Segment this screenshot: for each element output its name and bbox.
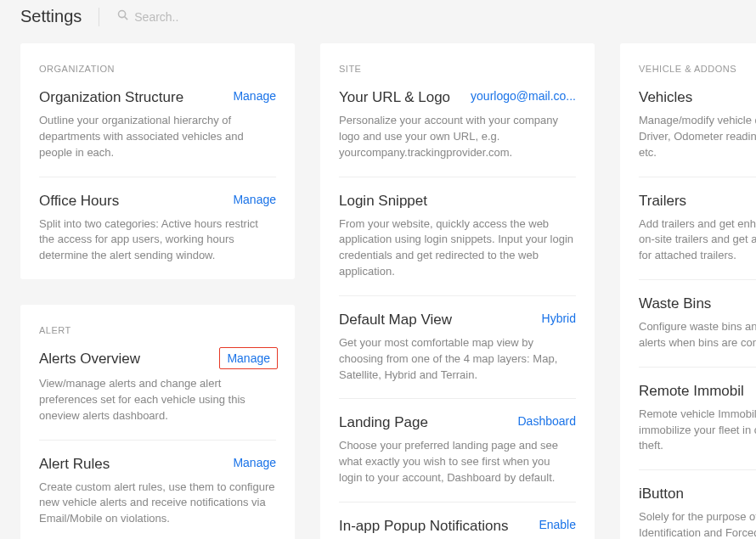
card-header: VEHICLE & ADDONS [639, 64, 756, 74]
trailers: TrailersAdd trailers and get enhanced co… [639, 193, 756, 281]
login-snippet: Login SnippetFrom your website, quickly … [339, 193, 576, 296]
url-logo: Your URL & Logoyourlogo@mail.co...Person… [339, 89, 576, 177]
alert-rules: Alert RulesManageCreate custom alert rul… [39, 456, 276, 528]
alert-rules-action[interactable]: Manage [233, 456, 276, 469]
search-wrap [116, 8, 270, 25]
vehicles: VehiclesManage/modify vehicle details: V… [639, 89, 756, 177]
office-hours-action[interactable]: Manage [233, 193, 276, 206]
item-title: Remote Immobil [639, 383, 744, 400]
org-structure: Organization StructureManageOutline your… [39, 89, 276, 177]
item-top: Landing PageDashboard [339, 414, 576, 431]
item-desc: Personalize your account with your compa… [339, 113, 576, 161]
item-title: Alert Rules [39, 456, 110, 473]
card-header: SITE [339, 64, 576, 74]
landing-page-action[interactable]: Dashboard [518, 414, 577, 428]
item-top: Your URL & Logoyourlogo@mail.co... [339, 89, 576, 106]
search-input[interactable] [134, 10, 270, 24]
item-top: Alert RulesManage [39, 456, 276, 473]
ibutton: iButtonSolely for the purpose of driver … [639, 486, 756, 539]
item-desc: Add trailers and get enhanced control ov… [639, 216, 756, 265]
item-top: Remote Immobil [639, 383, 756, 400]
org-structure-action[interactable]: Manage [233, 89, 276, 103]
item-title: Default Map View [339, 312, 452, 328]
item-top: iButton [639, 486, 756, 503]
item-desc: Solely for the purpose of driver ID, two… [639, 509, 756, 539]
item-title: Waste Bins [639, 295, 711, 312]
organization-card: ORGANIZATIONOrganization StructureManage… [20, 43, 295, 279]
item-top: Alerts OverviewManage [39, 351, 276, 369]
item-title: Your URL & Logo [339, 89, 450, 106]
item-title: Vehicles [639, 89, 692, 106]
item-title: iButton [639, 486, 684, 503]
item-top: Login Snippet [339, 193, 576, 210]
waste-bins: Waste BinsConfigure waste bins and recei… [639, 295, 756, 368]
svg-line-1 [125, 17, 127, 20]
alerts-overview: Alerts OverviewManageView/manage alerts … [39, 351, 276, 441]
item-desc: Configure waste bins and receive automat… [639, 319, 756, 351]
alert-card: ALERTAlerts OverviewManageView/manage al… [20, 305, 295, 539]
column: SITEYour URL & Logoyourlogo@mail.co...Pe… [320, 43, 595, 539]
item-desc: Create custom alert rules, use them to c… [39, 480, 276, 528]
office-hours: Office HoursManageSplit into two categor… [39, 193, 276, 265]
item-desc: Get your most comfortable map view by ch… [339, 335, 576, 384]
url-logo-action[interactable]: yourlogo@mail.co... [471, 89, 576, 103]
item-title: In-app Popup Notifications [339, 518, 508, 535]
item-desc: Manage/modify vehicle details: Vehicle T… [639, 113, 756, 161]
card-header: ORGANIZATION [39, 64, 276, 74]
default-map-view: Default Map ViewHybridGet your most comf… [339, 312, 576, 400]
item-title: Trailers [639, 193, 686, 210]
item-top: Vehicles [639, 89, 756, 106]
item-title: Landing Page [339, 414, 428, 431]
header-divider [99, 8, 99, 26]
landing-page: Landing PageDashboardChoose your preferr… [339, 414, 576, 503]
item-desc: View/manage alerts and change alert pref… [39, 376, 276, 424]
item-title: Organization Structure [39, 89, 183, 106]
item-title: Alerts Overview [39, 351, 140, 368]
card-header: ALERT [39, 325, 276, 335]
item-desc: Outline your organizational hierarchy of… [39, 113, 276, 161]
item-top: In-app Popup NotificationsEnable [339, 518, 576, 535]
item-title: Office Hours [39, 193, 119, 210]
search-icon [116, 8, 129, 25]
header-bar: Settings [0, 0, 756, 33]
svg-point-0 [119, 11, 126, 18]
remote-immobilizer: Remote ImmobilRemote vehicle Immobilizat… [639, 383, 756, 471]
alerts-overview-action[interactable]: Manage [219, 347, 278, 369]
item-title: Login Snippet [339, 193, 427, 210]
item-top: Trailers [639, 193, 756, 210]
item-top: Default Map ViewHybrid [339, 312, 576, 328]
column: VEHICLE & ADDONSVehiclesManage/modify ve… [620, 43, 756, 539]
vehicle-addons-card: VEHICLE & ADDONSVehiclesManage/modify ve… [620, 43, 756, 539]
site-card: SITEYour URL & Logoyourlogo@mail.co...Pe… [320, 43, 595, 539]
item-top: Organization StructureManage [39, 89, 276, 106]
item-desc: From your website, quickly access the we… [339, 216, 576, 280]
item-top: Waste Bins [639, 295, 756, 312]
popup-notifications-action[interactable]: Enable [539, 518, 576, 531]
popup-notifications: In-app Popup NotificationsEnableView Pop… [339, 518, 576, 539]
page-title: Settings [20, 7, 82, 26]
item-top: Office HoursManage [39, 193, 276, 210]
item-desc: Split into two categories: Active hours … [39, 216, 276, 265]
default-map-view-action[interactable]: Hybrid [542, 312, 576, 325]
column: ORGANIZATIONOrganization StructureManage… [20, 43, 295, 539]
columns: ORGANIZATIONOrganization StructureManage… [0, 33, 756, 539]
item-desc: Choose your preferred landing page and s… [339, 438, 576, 486]
item-desc: Remote vehicle Immobilization allows you… [639, 407, 756, 455]
